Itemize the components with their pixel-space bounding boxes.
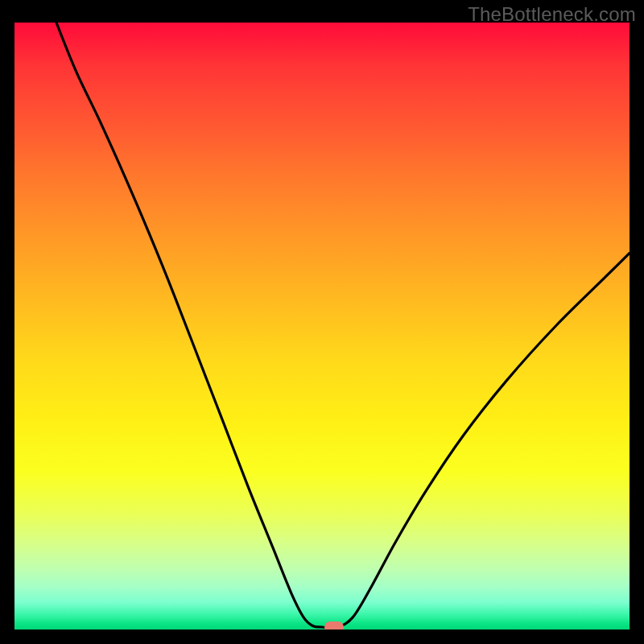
optimum-marker: [324, 621, 344, 630]
chart-frame: TheBottleneck.com: [0, 0, 644, 644]
plot-area: [14, 23, 630, 630]
bottleneck-curve-path: [56, 23, 630, 628]
curve-svg: [14, 23, 630, 630]
